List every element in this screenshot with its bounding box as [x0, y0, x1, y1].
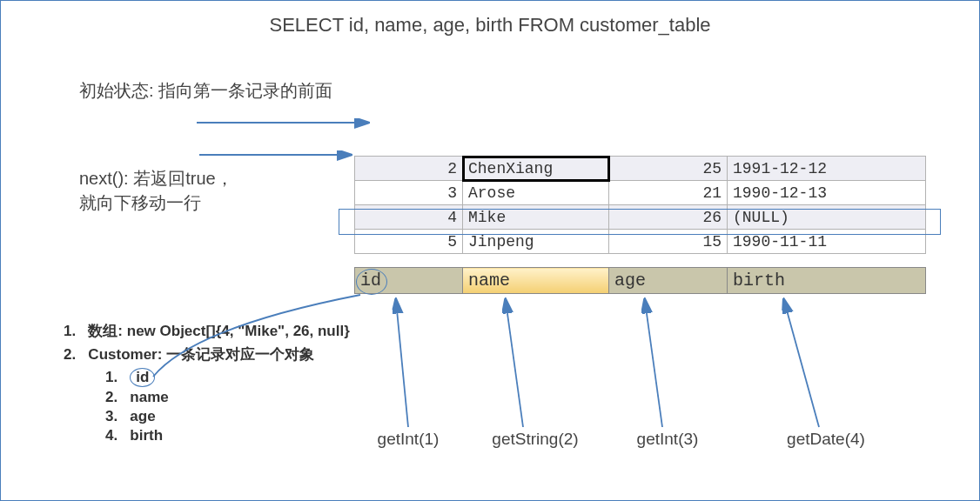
- cell-birth: (NULL): [728, 205, 926, 230]
- sub-val: age: [130, 408, 155, 424]
- cell-age: 25: [609, 157, 728, 181]
- header-age: age: [609, 268, 728, 294]
- list-item: 3. age: [105, 408, 350, 425]
- arrow-getint1-icon: [396, 301, 408, 427]
- sub-val: birth: [130, 427, 163, 444]
- cell-name: Jinpeng: [463, 230, 609, 254]
- cell-birth: 1990-12-13: [728, 181, 926, 205]
- sub-num: 4.: [105, 427, 117, 444]
- table-row: 4 Mike 26 (NULL): [355, 205, 926, 230]
- table-row: 5 Jinpeng 15 1990-11-11: [355, 230, 926, 254]
- column-header-row: id name age birth: [354, 267, 926, 294]
- header-birth: birth: [728, 268, 926, 294]
- next-description: next(): 若返回true， 就向下移动一行: [79, 166, 233, 215]
- table-row: 3 Arose 21 1990-12-13: [355, 181, 926, 205]
- cell-id: 4: [355, 205, 463, 230]
- next-desc-line2: 就向下移动一行: [79, 190, 233, 215]
- list-item: 1. id: [105, 368, 350, 387]
- sub-val: id: [136, 369, 149, 385]
- list-num: 1.: [64, 323, 76, 339]
- cell-id: 2: [355, 157, 463, 181]
- arrow-getint3-icon: [645, 301, 662, 427]
- cell-id: 5: [355, 230, 463, 254]
- getter-4: getDate(4): [727, 430, 925, 449]
- sql-title: SELECT id, name, age, birth FROM custome…: [1, 14, 979, 37]
- cell-id: 3: [355, 181, 463, 205]
- list-num: 2.: [64, 346, 76, 363]
- next-desc-line1: next(): 若返回true，: [79, 166, 233, 190]
- cell-birth: 1990-11-11: [728, 230, 926, 254]
- list-label: Customer: [88, 346, 157, 363]
- list-item: 2. Customer: 一条记录对应一个对象: [64, 344, 350, 364]
- sub-num: 2.: [105, 389, 117, 405]
- header-name: name: [463, 268, 609, 294]
- diagram-frame: SELECT id, name, age, birth FROM custome…: [0, 0, 980, 501]
- result-table: 2 ChenXiang 25 1991-12-12 3 Arose 21 199…: [354, 156, 926, 254]
- getter-1: getInt(1): [354, 430, 462, 449]
- cell-age: 21: [609, 181, 728, 205]
- cell-name: Arose: [463, 181, 609, 205]
- cell-name: ChenXiang: [463, 157, 609, 181]
- sub-num: 1.: [105, 369, 117, 385]
- list-label: 数组: [88, 323, 117, 339]
- explanation-list: 1. 数组: new Object[]{4, "Mike", 26, null}…: [64, 321, 350, 446]
- table-row: 2 ChenXiang 25 1991-12-12: [355, 157, 926, 181]
- sub-val: name: [130, 389, 168, 405]
- cell-name: Mike: [463, 205, 609, 230]
- arrow-getstring2-icon: [506, 301, 523, 427]
- sub-num: 3.: [105, 408, 117, 424]
- getter-3: getInt(3): [608, 430, 727, 449]
- cell-birth: 1991-12-12: [728, 157, 926, 181]
- list-item: 4. birth: [105, 427, 350, 444]
- initial-state-text: 初始状态: 指向第一条记录的前面: [79, 79, 332, 103]
- cell-age: 15: [609, 230, 728, 254]
- list-item: 1. 数组: new Object[]{4, "Mike", 26, null}: [64, 321, 350, 341]
- id-field-circle: id: [130, 368, 155, 387]
- sub-list: 1. id 2. name 3. age 4. birth: [105, 368, 350, 444]
- cell-age: 26: [609, 205, 728, 230]
- getter-labels: getInt(1) getString(2) getInt(3) getDate…: [354, 430, 925, 449]
- list-item: 2. name: [105, 389, 350, 406]
- arrow-getdate4-icon: [784, 301, 819, 427]
- getter-2: getString(2): [462, 430, 608, 449]
- header-id: id: [355, 268, 463, 294]
- list-rest: : new Object[]{4, "Mike", 26, null}: [117, 323, 349, 339]
- list-rest: : 一条记录对应一个对象: [158, 346, 314, 363]
